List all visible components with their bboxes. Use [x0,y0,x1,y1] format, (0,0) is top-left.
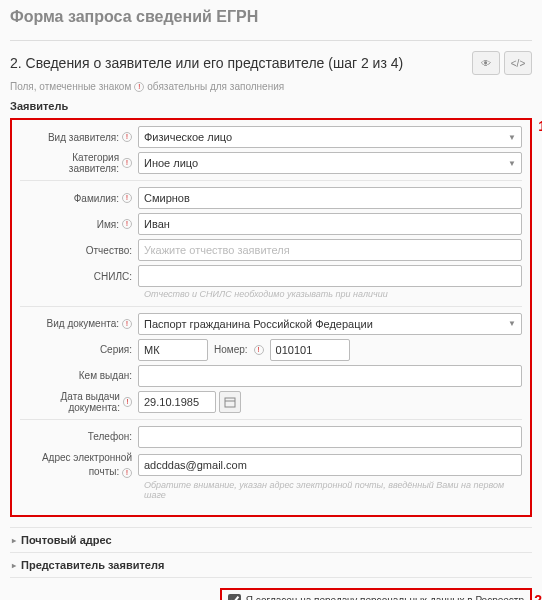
chevron-down-icon: ▼ [508,133,516,142]
label-phone: Телефон: [20,431,138,442]
doc-type-select[interactable]: Паспорт гражданина Российской Федерации▼ [138,313,522,335]
required-icon: ! [122,219,132,229]
marker-2: 2 [534,592,542,600]
label-series: Серия: [20,344,138,355]
name-input[interactable]: Иван [138,213,522,235]
consent-checkbox[interactable] [228,594,241,600]
accordion-postal[interactable]: ▸ Почтовый адрес [10,527,532,552]
phone-input[interactable] [138,426,522,448]
issue-date-input[interactable]: 29.10.1985 [138,391,216,413]
accordion-representative[interactable]: ▸ Представитель заявителя [10,552,532,578]
required-icon: ! [122,468,132,478]
required-icon: ! [122,319,132,329]
required-icon: ! [134,82,144,92]
issued-by-input[interactable] [138,365,522,387]
view-icon-button[interactable]: 👁 [472,51,500,75]
chevron-right-icon: ▸ [12,536,16,545]
series-input[interactable]: МК [138,339,208,361]
chevron-down-icon: ▼ [508,319,516,328]
applicant-category-select[interactable]: Иное лицо▼ [138,152,522,174]
required-icon: ! [122,158,132,168]
calendar-icon [224,396,236,408]
email-hint: Обратите внимание, указан адрес электрон… [144,480,522,502]
consent-label: Я согласен на передачу персональных данн… [246,595,524,600]
required-icon: ! [254,345,264,355]
surname-input[interactable]: Смирнов [138,187,522,209]
applicant-form-box: 1 Вид заявителя:! Физическое лицо▼ Катег… [10,118,532,517]
required-icon: ! [122,132,132,142]
label-issue-date: Дата выдачи документа:! [20,391,138,413]
required-icon: ! [122,193,132,203]
marker-1: 1 [538,118,542,134]
label-applicant-category: Категория заявителя:! [20,152,138,174]
calendar-icon-button[interactable] [219,391,241,413]
label-snils: СНИЛС: [20,271,138,282]
label-issued-by: Кем выдан: [20,370,138,381]
divider [10,40,532,41]
label-surname: Фамилия:! [20,193,138,204]
required-icon: ! [123,397,132,407]
label-name: Имя:! [20,219,138,230]
svg-rect-0 [225,398,235,407]
page-title: Форма запроса сведений ЕГРН [10,8,532,26]
required-hint: Поля, отмеченные знаком ! обязательны дл… [10,81,532,92]
label-doc-type: Вид документа:! [20,318,138,329]
consent-box: Я согласен на передачу персональных данн… [220,588,532,600]
chevron-down-icon: ▼ [508,159,516,168]
step-title: 2. Сведения о заявителе или его представ… [10,55,403,71]
snils-hint: Отчество и СНИЛС необходимо указывать пр… [144,289,522,300]
snils-input[interactable] [138,265,522,287]
applicant-section-label: Заявитель [10,100,532,112]
label-number: Номер: [214,344,248,355]
label-email: Адрес электронной почты: ! [20,452,138,478]
chevron-right-icon: ▸ [12,561,16,570]
email-input[interactable]: adcddas@gmail.com [138,454,522,476]
patronymic-input[interactable]: Укажите отчество заявителя [138,239,522,261]
applicant-type-select[interactable]: Физическое лицо▼ [138,126,522,148]
number-input[interactable]: 010101 [270,339,350,361]
code-icon-button[interactable]: </> [504,51,532,75]
label-patronymic: Отчество: [20,245,138,256]
label-applicant-type: Вид заявителя:! [20,132,138,143]
